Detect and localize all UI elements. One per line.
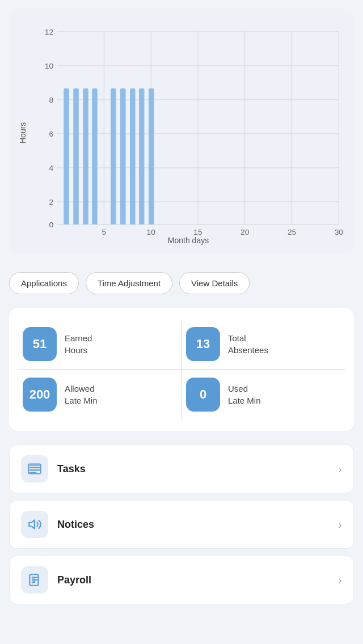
svg-text:5: 5 xyxy=(102,228,107,236)
stats-grid: 51 EarnedHours 13 TotalAbsentees 200 All… xyxy=(9,308,354,431)
svg-text:25: 25 xyxy=(288,228,296,236)
svg-rect-27 xyxy=(73,88,79,224)
tasks-icon-wrap xyxy=(21,455,48,482)
svg-rect-28 xyxy=(83,88,88,224)
payroll-menu-item[interactable]: $ Payroll › xyxy=(9,556,354,604)
bar-chart: 0 2 4 6 8 10 12 5 10 15 20 25 30 xyxy=(32,20,345,236)
stat-used-late-min: 0 UsedLate Min xyxy=(182,370,345,420)
used-late-min-label: UsedLate Min xyxy=(228,383,261,406)
payroll-label: Payroll xyxy=(57,574,338,586)
notices-menu-item[interactable]: Notices › xyxy=(9,500,354,549)
svg-text:6: 6 xyxy=(49,130,54,138)
chart-card: Hours xyxy=(9,9,354,254)
total-absentees-badge: 13 xyxy=(186,327,220,361)
notices-icon xyxy=(27,517,42,532)
svg-rect-29 xyxy=(92,88,98,224)
tasks-menu-item[interactable]: Tasks › xyxy=(9,444,354,493)
tasks-icon xyxy=(27,461,42,476)
notices-label: Notices xyxy=(57,519,338,531)
action-buttons: Applications Time Adjustment View Detail… xyxy=(0,263,363,299)
svg-text:$: $ xyxy=(32,576,36,583)
chart-x-label: Month days xyxy=(32,236,345,245)
notices-chevron-icon: › xyxy=(338,518,342,531)
earned-hours-badge: 51 xyxy=(23,327,57,361)
earned-hours-label: EarnedHours xyxy=(65,332,92,356)
allowed-late-min-badge: 200 xyxy=(23,378,57,412)
tasks-label: Tasks xyxy=(57,463,338,475)
svg-text:20: 20 xyxy=(240,228,249,236)
notices-icon-wrap xyxy=(21,511,48,538)
svg-text:0: 0 xyxy=(49,221,54,229)
tasks-chevron-icon: › xyxy=(338,463,342,476)
svg-rect-31 xyxy=(120,88,126,224)
time-adjustment-button[interactable]: Time Adjustment xyxy=(86,272,172,294)
used-late-min-badge: 0 xyxy=(186,378,220,412)
svg-rect-34 xyxy=(149,88,154,224)
stat-allowed-late-min: 200 AllowedLate Min xyxy=(18,370,182,420)
svg-text:8: 8 xyxy=(49,96,54,104)
applications-button[interactable]: Applications xyxy=(9,272,79,294)
chart-y-label: Hours xyxy=(18,20,27,245)
svg-text:2: 2 xyxy=(49,198,54,206)
chart-inner: 0 2 4 6 8 10 12 5 10 15 20 25 30 xyxy=(32,20,345,245)
menu-section: Tasks › Notices › $ Payroll xyxy=(0,440,363,613)
svg-text:4: 4 xyxy=(49,164,54,172)
view-details-button[interactable]: View Details xyxy=(179,272,250,294)
svg-text:12: 12 xyxy=(45,28,53,36)
svg-text:10: 10 xyxy=(45,62,53,70)
svg-rect-32 xyxy=(130,88,136,224)
svg-rect-26 xyxy=(64,88,69,224)
stat-total-absentees: 13 TotalAbsentees xyxy=(182,319,345,370)
payroll-chevron-icon: › xyxy=(338,574,342,587)
svg-text:15: 15 xyxy=(193,228,202,236)
payroll-icon: $ xyxy=(27,573,42,587)
svg-rect-33 xyxy=(139,88,145,224)
svg-text:30: 30 xyxy=(335,228,343,236)
stat-earned-hours: 51 EarnedHours xyxy=(18,319,182,370)
svg-rect-30 xyxy=(111,88,116,224)
svg-text:10: 10 xyxy=(147,228,155,236)
allowed-late-min-label: AllowedLate Min xyxy=(65,383,98,406)
payroll-icon-wrap: $ xyxy=(21,566,48,594)
total-absentees-label: TotalAbsentees xyxy=(228,332,268,356)
